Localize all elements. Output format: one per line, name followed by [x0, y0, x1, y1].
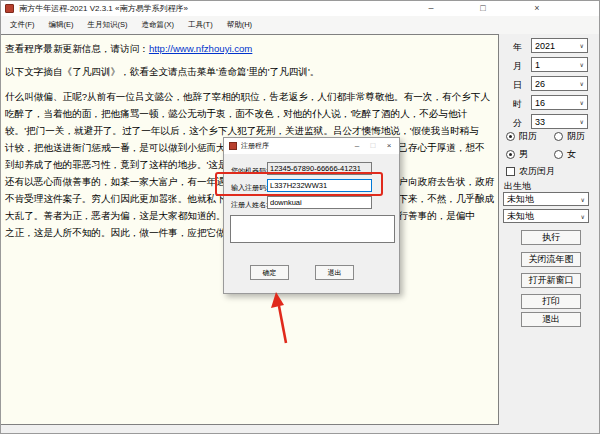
chevron-down-icon: ∨ [580, 80, 584, 87]
paragraph-line: 什么叫做偏、正呢?从前有一位吕文懿公，他辞了宰相的职位，告老返乡，人们都非常尊敬… [5, 88, 498, 105]
chevron-down-icon: ∨ [580, 118, 584, 125]
intro-line: 以下文字摘自《了凡四训》，欲看全文请点击菜单'造命篇'里的'了凡四训'。 [5, 65, 498, 78]
new-window-button[interactable]: 打开新窗口 [521, 273, 581, 288]
radio-icon [506, 150, 515, 159]
radio-female[interactable]: 女 [554, 148, 576, 161]
chevron-down-icon: ∨ [580, 42, 584, 49]
menu-help[interactable]: 帮助(H) [220, 20, 259, 30]
hour-value: 16 [535, 98, 545, 108]
menu-destiny[interactable]: 造命篇(X) [135, 20, 182, 30]
chevron-down-icon: ∨ [581, 213, 585, 220]
register-code-label: 输入注册码: [231, 183, 268, 193]
close-chart-button[interactable]: 关闭流年图 [521, 252, 581, 267]
update-info-text: 查看程序最新更新信息，请访问： [5, 43, 149, 54]
print-button[interactable]: 打印 [521, 294, 581, 309]
radio-lunar-calendar[interactable]: 阴历 [554, 130, 585, 143]
menu-file[interactable]: 文件(F) [3, 20, 42, 30]
app-icon [5, 4, 14, 13]
day-select[interactable]: 26 ∨ [531, 76, 588, 91]
register-name-input[interactable] [267, 196, 372, 209]
year-value: 2021 [535, 41, 555, 51]
month-label: 月 [513, 60, 522, 73]
minimize-icon[interactable]: – [421, 1, 441, 16]
dialog-exit-button[interactable]: 退出 [315, 265, 354, 280]
dialog-close-icon[interactable]: × [381, 138, 397, 154]
birthplace-select-1[interactable]: 未知地 ∨ [503, 192, 589, 206]
menu-bar: 文件(F) 编辑(E) 生月知识(S) 造命篇(X) 工具(T) 帮助(H) [1, 16, 599, 34]
update-link[interactable]: http://www.nfzhouyi.com [149, 43, 252, 54]
checkbox-label: 农历闰月 [519, 165, 555, 178]
dialog-maximize-icon: □ [365, 138, 381, 154]
dialog-minimize-icon[interactable]: – [349, 138, 365, 154]
birthplace-value: 未知地 [507, 193, 534, 206]
hour-select[interactable]: 16 ∨ [531, 95, 588, 110]
dialog-app-icon [229, 142, 237, 150]
machine-code-field [267, 162, 372, 175]
update-info-line: 查看程序最新更新信息，请访问：http://www.nfzhouyi.com [5, 42, 498, 55]
radio-label: 阳历 [519, 130, 537, 143]
year-select[interactable]: 2021 ∨ [531, 38, 588, 53]
chevron-down-icon: ∨ [580, 99, 584, 106]
menu-edit[interactable]: 编辑(E) [42, 20, 81, 30]
maximize-icon[interactable]: □ [473, 1, 493, 16]
day-label: 日 [513, 79, 522, 92]
radio-label: 女 [567, 148, 576, 161]
exit-button[interactable]: 退出 [521, 312, 581, 327]
birth-data-panel: 年 2021 ∨ 月 1 ∨ 日 26 ∨ 时 16 ∨ 分 33 [499, 34, 599, 425]
dialog-title-bar: 注册程序 – □ × [224, 138, 399, 154]
register-message-box[interactable] [230, 215, 395, 243]
birthplace-value: 未知地 [507, 210, 534, 223]
register-name-label: 注册人姓名: [231, 200, 268, 210]
checkbox-icon [506, 167, 515, 176]
menu-tools[interactable]: 工具(T) [181, 20, 220, 30]
paragraph-line: 吃醉了，当着他的面，把他痛骂一顿，懿公无动于衷，面不改色，对他的仆人说，'吃醉了… [5, 105, 498, 122]
month-select[interactable]: 1 ∨ [531, 57, 588, 72]
title-bar: 南方牛年运程-2021 V2.3.1 «南方易学系列程序» – □ × [1, 1, 599, 16]
hour-label: 时 [513, 98, 522, 111]
year-label: 年 [513, 41, 522, 54]
birthplace-select-2[interactable]: 未知地 ∨ [503, 209, 589, 223]
register-code-input[interactable] [267, 179, 372, 192]
dialog-ok-button[interactable]: 确定 [250, 265, 289, 280]
month-value: 1 [535, 60, 540, 70]
dialog-title: 注册程序 [241, 141, 269, 151]
minute-label: 分 [513, 117, 522, 130]
register-dialog: 注册程序 – □ × 您的机器码: 输入注册码: 注册人姓名: 确定 退出 [223, 137, 400, 294]
radio-solar-calendar[interactable]: 阳历 [506, 130, 537, 143]
window-title: 南方牛年运程-2021 V2.3.1 «南方易学系列程序» [19, 3, 188, 14]
radio-icon [554, 132, 563, 141]
radio-icon [506, 132, 515, 141]
leap-month-checkbox[interactable]: 农历闰月 [506, 165, 555, 178]
radio-label: 男 [519, 148, 528, 161]
radio-male[interactable]: 男 [506, 148, 528, 161]
machine-code-label: 您的机器码: [231, 166, 268, 176]
menu-birth-knowledge[interactable]: 生月知识(S) [81, 20, 135, 30]
chevron-down-icon: ∨ [580, 61, 584, 68]
app-window: 南方牛年运程-2021 V2.3.1 «南方易学系列程序» – □ × 文件(F… [0, 0, 600, 434]
radio-icon [554, 150, 563, 159]
chevron-down-icon: ∨ [581, 196, 585, 203]
execute-button[interactable]: 执行 [521, 230, 581, 245]
minute-value: 33 [535, 117, 545, 127]
day-value: 26 [535, 79, 545, 89]
minute-select[interactable]: 33 ∨ [531, 114, 588, 129]
close-icon[interactable]: × [527, 1, 547, 16]
radio-label: 阴历 [567, 130, 585, 143]
